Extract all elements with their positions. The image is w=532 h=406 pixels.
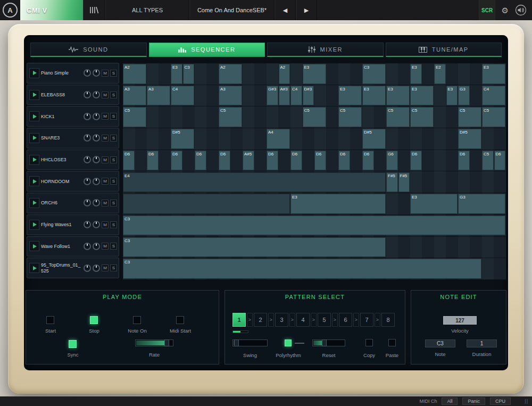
note-cell[interactable]: G3: [458, 194, 505, 214]
solo-button[interactable]: S: [110, 156, 117, 163]
note-cell[interactable]: C5: [482, 151, 494, 171]
note-cell[interactable]: C5: [303, 107, 326, 127]
note-cell[interactable]: C4: [171, 86, 194, 106]
note-cell[interactable]: F#5: [398, 172, 410, 193]
note-cell[interactable]: E3: [482, 64, 505, 84]
mute-button[interactable]: M: [102, 200, 109, 206]
note-cell[interactable]: C3: [183, 64, 195, 84]
tab-sound[interactable]: SOUND: [30, 43, 147, 57]
pattern-1-button[interactable]: 1: [232, 313, 246, 327]
note-cell[interactable]: E2: [434, 64, 446, 84]
track-knob-level[interactable]: [93, 243, 100, 250]
note-cell[interactable]: A2: [219, 64, 242, 84]
note-cell[interactable]: [123, 194, 290, 214]
pattern-chain-arrow[interactable]: >: [332, 313, 338, 327]
solo-button[interactable]: S: [110, 178, 117, 185]
note-cell[interactable]: C4: [290, 86, 302, 106]
pattern-chain-arrow[interactable]: >: [375, 313, 380, 327]
track-knob-level[interactable]: [93, 156, 100, 163]
solo-button[interactable]: S: [110, 70, 117, 77]
library-button[interactable]: [83, 0, 105, 20]
track-knob-pan[interactable]: [84, 243, 91, 250]
polyrhythm-toggle[interactable]: [285, 339, 292, 346]
note-cell[interactable]: C3: [123, 237, 386, 258]
track-play-button[interactable]: [29, 241, 39, 251]
prev-preset-button[interactable]: ◀: [275, 0, 296, 20]
mute-button[interactable]: M: [102, 92, 109, 98]
note-cell[interactable]: A3: [219, 86, 242, 106]
cpu-meter[interactable]: CPU: [490, 397, 511, 405]
velocity-value[interactable]: 127: [443, 316, 477, 325]
track-knob-level[interactable]: [93, 134, 100, 142]
note-cell[interactable]: D6: [410, 151, 422, 171]
tab-sequencer[interactable]: SEQUENCER: [149, 43, 265, 57]
rate-slider[interactable]: [135, 339, 173, 346]
note-cell[interactable]: E3: [362, 86, 386, 106]
note-cell[interactable]: D6: [219, 151, 230, 171]
note-cell[interactable]: D6: [290, 151, 302, 171]
track-knob-pan[interactable]: [84, 221, 91, 228]
track-knob-level[interactable]: [93, 221, 100, 228]
note-cell[interactable]: A2: [279, 64, 290, 84]
track-knob-pan[interactable]: [84, 91, 91, 98]
track-knob-level[interactable]: [93, 199, 100, 206]
track-play-button[interactable]: [29, 220, 39, 230]
pattern-5-button[interactable]: 5: [318, 313, 331, 327]
note-cell[interactable]: C5: [410, 107, 434, 127]
note-cell[interactable]: C3: [123, 216, 505, 236]
rate-slider-handle[interactable]: [164, 339, 169, 346]
pattern-chain-arrow[interactable]: >: [311, 313, 317, 327]
paste-button[interactable]: [388, 339, 396, 346]
note-cell[interactable]: D6: [338, 151, 350, 171]
note-cell[interactable]: A#5: [243, 151, 254, 171]
pattern-chain-arrow[interactable]: >: [247, 313, 253, 327]
solo-button[interactable]: S: [110, 264, 117, 271]
track-knob-level[interactable]: [93, 178, 100, 185]
pattern-8-button[interactable]: 8: [381, 313, 395, 327]
note-cell[interactable]: A3: [147, 86, 170, 106]
next-preset-button[interactable]: ▶: [296, 0, 317, 20]
pattern-7-button[interactable]: 7: [360, 313, 373, 327]
note-cell[interactable]: E3: [410, 64, 422, 84]
mute-button[interactable]: M: [102, 264, 109, 271]
note-cell[interactable]: D6: [195, 151, 206, 171]
track-knob-level[interactable]: [93, 91, 100, 98]
note-cell[interactable]: D6: [171, 151, 182, 171]
note-cell[interactable]: C5: [338, 107, 362, 127]
note-cell[interactable]: E3: [290, 194, 386, 214]
note-cell[interactable]: D6: [458, 151, 470, 171]
mute-button[interactable]: M: [102, 70, 109, 77]
note-cell[interactable]: G#3: [267, 86, 278, 106]
track-knob-pan[interactable]: [84, 134, 91, 142]
solo-button[interactable]: S: [110, 135, 117, 142]
note-cell[interactable]: D6: [267, 151, 278, 171]
track-play-button[interactable]: [29, 68, 39, 78]
resize-grip[interactable]: ||: [525, 399, 528, 404]
solo-button[interactable]: S: [110, 221, 117, 228]
note-cell[interactable]: F#5: [386, 172, 398, 193]
note-on-button[interactable]: [133, 316, 141, 324]
note-cell[interactable]: E3: [171, 64, 182, 84]
note-cell[interactable]: A3: [123, 86, 146, 106]
panic-button[interactable]: Panic: [462, 397, 485, 405]
track-knob-level[interactable]: [93, 69, 100, 77]
note-cell[interactable]: D#3: [303, 86, 314, 106]
note-cell[interactable]: C3: [362, 64, 386, 84]
note-cell[interactable]: C5: [219, 107, 242, 127]
mute-button[interactable]: M: [102, 243, 109, 250]
note-cell[interactable]: A2: [123, 64, 146, 84]
note-value[interactable]: C3: [425, 339, 455, 347]
pattern-6-button[interactable]: 6: [339, 313, 352, 327]
pattern-2-button[interactable]: 2: [254, 313, 267, 327]
mute-button[interactable]: M: [102, 113, 109, 120]
solo-button[interactable]: S: [110, 200, 117, 206]
track-play-button[interactable]: [29, 111, 39, 121]
track-knob-pan[interactable]: [84, 156, 91, 163]
mute-button[interactable]: M: [102, 221, 109, 228]
stop-button[interactable]: [90, 316, 98, 324]
note-cell[interactable]: D6: [314, 151, 326, 171]
track-knob-pan[interactable]: [84, 264, 91, 272]
note-cell[interactable]: A#3: [279, 86, 290, 106]
note-cell[interactable]: D6: [494, 151, 506, 171]
solo-button[interactable]: S: [110, 243, 117, 250]
